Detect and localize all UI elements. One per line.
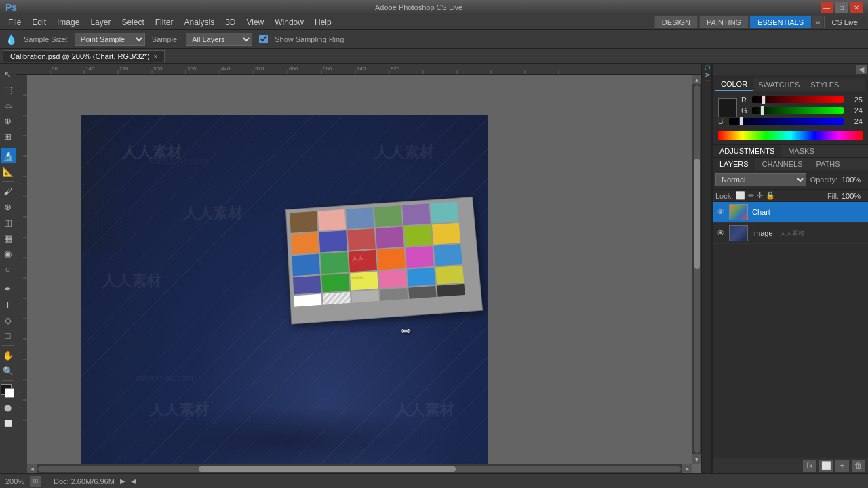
screen-mode-button[interactable]: ⬜ [1, 415, 16, 430]
vertical-scrollbar[interactable]: ▴ ▾ [692, 75, 701, 464]
shape-tool[interactable]: □ [1, 328, 16, 343]
scroll-right-button[interactable]: ▸ [682, 464, 692, 474]
menu-view[interactable]: View [241, 16, 269, 28]
scroll-thumb-h[interactable] [199, 466, 456, 472]
zoom-fit-button[interactable]: ⊞ [30, 476, 41, 487]
styles-tab[interactable]: STYLES [805, 79, 844, 92]
menu-file[interactable]: File [3, 16, 26, 28]
layers-tab[interactable]: LAYERS [713, 158, 755, 170]
color-sliders: R 25 G 24 B [715, 94, 865, 129]
color-panel-icon[interactable]: C [703, 65, 711, 70]
ruler-tool[interactable]: 📐 [1, 164, 16, 179]
lock-all-icon[interactable]: 🔒 [766, 191, 775, 200]
quick-mask-button[interactable]: ⬤ [1, 400, 16, 415]
scroll-track-h[interactable] [38, 466, 681, 472]
sample-size-select[interactable]: Point Sample 3 by 3 Average 5 by 5 Avera… [75, 33, 145, 46]
layer-visibility-chart[interactable]: 👁 [717, 207, 725, 217]
dodge-tool[interactable]: ○ [1, 262, 16, 277]
layer-visibility-image[interactable]: 👁 [717, 228, 725, 238]
layer-mask-button[interactable]: ⬜ [819, 460, 833, 472]
gradient-tool[interactable]: ▦ [1, 230, 16, 245]
stamp-tool[interactable]: ⊛ [1, 199, 16, 214]
r-slider-thumb[interactable] [762, 95, 766, 104]
channels-tab[interactable]: CHANNELS [755, 158, 810, 170]
text-tool[interactable]: T [1, 297, 16, 312]
color-spectrum[interactable] [718, 131, 863, 140]
layer-item-chart[interactable]: 👁 Chart [713, 202, 868, 223]
opacity-label: Opacity: [810, 176, 837, 184]
tab-close-button[interactable]: × [154, 53, 158, 60]
menu-select[interactable]: Select [116, 16, 149, 28]
horizontal-scrollbar[interactable]: ◂ ▸ [27, 464, 692, 473]
scroll-thumb-v[interactable] [694, 159, 700, 269]
brush-tool[interactable]: 🖌 [1, 184, 16, 199]
panel-collapse-button[interactable]: ◀ [856, 65, 867, 74]
sample-select[interactable]: All Layers Current Layer [186, 33, 252, 46]
menu-analysis[interactable]: Analysis [178, 16, 220, 28]
move-tool[interactable]: ↖ [1, 66, 16, 81]
marquee-tool[interactable]: ⬚ [1, 82, 16, 97]
menu-help[interactable]: Help [309, 16, 337, 28]
canvas-shadow-left [81, 115, 129, 251]
eraser-tool[interactable]: ◫ [1, 215, 16, 230]
menu-window[interactable]: Window [269, 16, 309, 28]
lock-transparent-icon[interactable]: ⬜ [736, 191, 745, 200]
workspace-design[interactable]: DESIGN [654, 16, 698, 28]
scroll-left-statusbar[interactable]: ◀ [131, 477, 136, 485]
scroll-track-v[interactable] [694, 85, 700, 453]
lasso-tool[interactable]: ⌓ [1, 98, 16, 113]
swatches-tab[interactable]: SWATCHES [753, 79, 805, 92]
workspace-painting[interactable]: PAINTING [699, 16, 749, 28]
crop-tool[interactable]: ⊞ [1, 129, 16, 144]
adj-panel-icon[interactable]: A [703, 73, 711, 77]
b-slider-track[interactable] [729, 118, 844, 125]
cs-live-button[interactable]: CS Live [824, 16, 865, 28]
lock-position-icon[interactable]: ✛ [757, 191, 763, 200]
foreground-color-swatch[interactable] [1, 384, 16, 399]
path-tool[interactable]: ◇ [1, 312, 16, 327]
scroll-up-button[interactable]: ▴ [692, 75, 702, 84]
lock-pixels-icon[interactable]: ✏ [748, 191, 754, 200]
adjustments-tab[interactable]: ADJUSTMENTS [713, 145, 781, 157]
paths-tab[interactable]: PATHS [810, 158, 847, 170]
layers-panel-icon[interactable]: L [703, 80, 711, 84]
layer-delete-button[interactable]: 🗑 [852, 460, 865, 472]
svg-text:300: 300 [153, 66, 163, 72]
minimize-button[interactable]: — [821, 2, 833, 13]
g-slider-track[interactable] [752, 107, 844, 114]
layer-item-image[interactable]: 👁 Image 人人素材 [713, 223, 868, 244]
tool-separator-4 [2, 345, 14, 346]
menu-filter[interactable]: Filter [150, 16, 179, 28]
menu-edit[interactable]: Edit [26, 16, 52, 28]
scroll-down-button[interactable]: ▾ [692, 454, 702, 464]
blur-tool[interactable]: ◉ [1, 246, 16, 261]
scroll-left-button[interactable]: ◂ [27, 464, 37, 474]
window-controls[interactable]: — □ ✕ [821, 2, 863, 13]
swatch-magenta [406, 246, 434, 268]
color-tab[interactable]: COLOR [715, 78, 753, 92]
g-slider-thumb[interactable] [760, 106, 764, 115]
blend-mode-select[interactable]: Normal Multiply Screen Overlay [715, 173, 806, 186]
layer-fx-button[interactable]: fx [803, 460, 816, 472]
hand-tool[interactable]: ✋ [1, 348, 16, 363]
menu-3d[interactable]: 3D [220, 16, 241, 28]
maximize-button[interactable]: □ [835, 2, 848, 13]
b-slider-thumb[interactable] [739, 117, 743, 126]
eyedropper-tool[interactable]: 🔬 [1, 148, 16, 163]
menu-layer[interactable]: Layer [85, 16, 116, 28]
doc-info-arrow[interactable]: ▶ [120, 477, 125, 485]
current-color-preview[interactable] [718, 98, 737, 117]
doc-tab-calibration[interactable]: Calibration.psd @ 200% (Chart, RGB/32*) … [3, 50, 165, 62]
masks-tab[interactable]: MASKS [781, 145, 821, 157]
workspace-expand[interactable]: » [812, 16, 823, 28]
pen-tool[interactable]: ✒ [1, 281, 16, 296]
close-button[interactable]: ✕ [850, 2, 863, 13]
layer-new-button[interactable]: + [835, 460, 849, 472]
zoom-tool[interactable]: 🔍 [1, 363, 16, 378]
canvas-container[interactable]: 人人素材 人人素材 人人素材 人人素材 人人素材 人人素材 人人素材 www.r… [27, 75, 701, 473]
r-slider-track[interactable] [752, 96, 844, 103]
quick-select-tool[interactable]: ⊕ [1, 113, 16, 128]
workspace-essentials[interactable]: ESSENTIALS [750, 16, 811, 28]
show-sampling-ring-checkbox[interactable] [259, 35, 268, 43]
menu-image[interactable]: Image [52, 16, 85, 28]
